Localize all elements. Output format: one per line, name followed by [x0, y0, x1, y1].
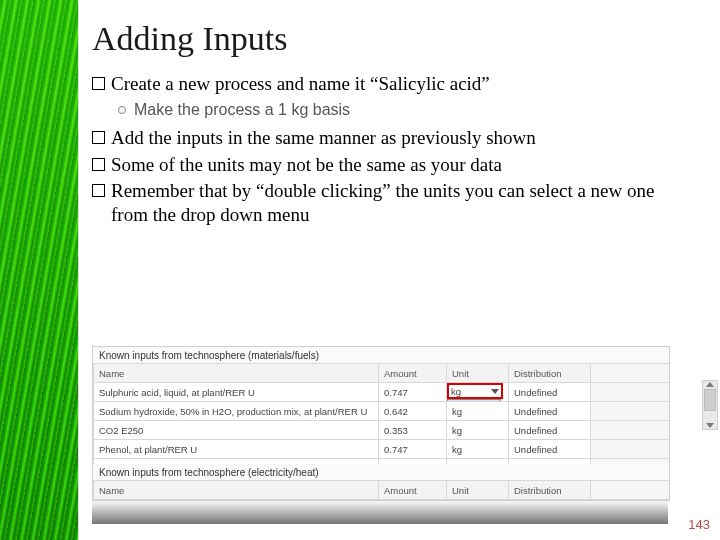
table-row[interactable]: Sodium hydroxide, 50% in H2O, production…: [94, 402, 669, 421]
cell-dist[interactable]: Undefined: [509, 383, 591, 402]
subbullet-1-text: Make the process a 1 kg basis: [134, 101, 350, 118]
bullet-2: Add the inputs in the same manner as pre…: [92, 126, 692, 150]
inputs-table-2: Name Amount Unit Distribution: [93, 480, 669, 500]
table-row[interactable]: Phenol, at plant/RER U 0.747 kg Undefine…: [94, 440, 669, 459]
cell-name[interactable]: Sulphuric acid, liquid, at plant/RER U: [94, 383, 379, 402]
col-amount[interactable]: Amount: [379, 364, 447, 383]
cell-dist[interactable]: Undefined: [509, 421, 591, 440]
cell-name[interactable]: Phenol, at plant/RER U: [94, 440, 379, 459]
unit-dropdown-list[interactable]: kg ton lb oz g bush: [447, 399, 501, 402]
cell-dist[interactable]: Undefined: [509, 402, 591, 421]
square-bullet-icon: [92, 131, 105, 144]
unit-option[interactable]: kg: [448, 400, 500, 402]
cell-unit[interactable]: kg kg ton lb oz g bush: [447, 383, 509, 402]
page-number: 143: [688, 517, 710, 532]
unit-selected: kg: [451, 386, 461, 397]
col-name[interactable]: Name: [94, 481, 379, 500]
scroll-down-icon[interactable]: [706, 423, 714, 428]
bullet-3: Some of the units may not be the same as…: [92, 153, 692, 177]
chevron-down-icon[interactable]: [491, 389, 499, 394]
inputs-grid-section-2: Known inputs from technosphere (electric…: [92, 464, 670, 501]
section1-label: Known inputs from technosphere (material…: [93, 347, 669, 363]
col-dist[interactable]: Distribution: [509, 364, 591, 383]
cell-dist[interactable]: Undefined: [509, 440, 591, 459]
bullet-3-text: Some of the units may not be the same as…: [111, 153, 692, 177]
table-row[interactable]: Sulphuric acid, liquid, at plant/RER U 0…: [94, 383, 669, 402]
cell-amount[interactable]: 0.747: [379, 383, 447, 402]
slide-title: Adding Inputs: [92, 20, 692, 58]
square-bullet-icon: [92, 77, 105, 90]
cell-amount[interactable]: 0.642: [379, 402, 447, 421]
unit-dropdown-highlight[interactable]: kg: [447, 383, 503, 399]
cell-amount[interactable]: 0.747: [379, 440, 447, 459]
cell-unit[interactable]: kg: [447, 402, 509, 421]
bullet-list: Create a new process and name it “Salicy…: [92, 72, 692, 227]
col-name[interactable]: Name: [94, 364, 379, 383]
square-bullet-icon: [92, 184, 105, 197]
bullet-4-text: Remember that by “double clicking” the u…: [111, 179, 692, 227]
col-amount[interactable]: Amount: [379, 481, 447, 500]
col-unit[interactable]: Unit: [447, 364, 509, 383]
table-row[interactable]: CO2 E250 0.353 kg Undefined: [94, 421, 669, 440]
section2-label: Known inputs from technosphere (electric…: [93, 464, 669, 480]
cell-unit[interactable]: kg: [447, 421, 509, 440]
cell-amount[interactable]: 0.353: [379, 421, 447, 440]
bullet-4: Remember that by “double clicking” the u…: [92, 179, 692, 227]
table-header-row: Name Amount Unit Distribution: [94, 364, 669, 383]
col-dist[interactable]: Distribution: [509, 481, 591, 500]
bullet-1: Create a new process and name it “Salicy…: [92, 72, 692, 96]
bullet-2-text: Add the inputs in the same manner as pre…: [111, 126, 692, 150]
sidebar-grass-image: [0, 0, 79, 540]
subbullet-1: Make the process a 1 kg basis: [118, 100, 692, 120]
bullet-1-text: Create a new process and name it “Salicy…: [111, 72, 692, 96]
square-bullet-icon: [92, 158, 105, 171]
cell-name[interactable]: CO2 E250: [94, 421, 379, 440]
scroll-up-icon[interactable]: [706, 382, 714, 387]
crop-fade: [92, 500, 668, 524]
col-unit[interactable]: Unit: [447, 481, 509, 500]
scroll-thumb[interactable]: [704, 389, 716, 411]
circle-bullet-icon: [118, 106, 126, 114]
table-header-row: Name Amount Unit Distribution: [94, 481, 670, 500]
cell-unit[interactable]: kg: [447, 440, 509, 459]
vertical-scrollbar[interactable]: [702, 380, 718, 430]
cell-name[interactable]: Sodium hydroxide, 50% in H2O, production…: [94, 402, 379, 421]
